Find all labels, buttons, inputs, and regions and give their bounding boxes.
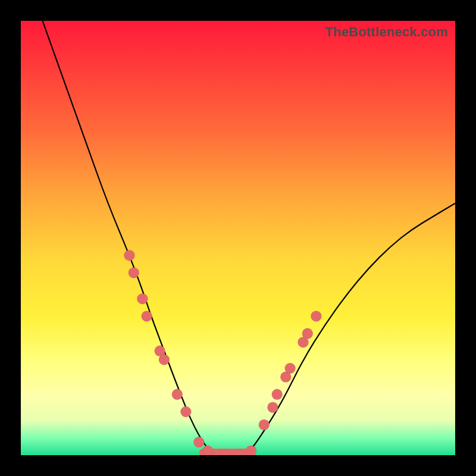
data-marker — [159, 354, 170, 365]
chart-svg — [21, 21, 455, 455]
data-marker — [172, 389, 183, 400]
data-marker — [124, 250, 135, 261]
data-marker — [193, 437, 204, 447]
data-marker — [129, 267, 139, 278]
data-marker — [259, 419, 270, 430]
data-marker — [272, 389, 283, 400]
data-marker — [142, 311, 152, 321]
data-marker — [267, 402, 278, 413]
bottleneck-curve — [43, 21, 456, 455]
chart-frame: TheBottleneck.com — [0, 0, 476, 476]
data-marker — [246, 446, 256, 455]
data-marker — [302, 328, 313, 339]
marker-group — [124, 250, 322, 455]
data-marker — [285, 363, 296, 374]
plot-area: TheBottleneck.com — [21, 21, 455, 455]
data-marker — [202, 446, 213, 455]
data-marker — [311, 311, 321, 321]
data-marker — [180, 406, 191, 417]
data-marker — [137, 293, 148, 304]
